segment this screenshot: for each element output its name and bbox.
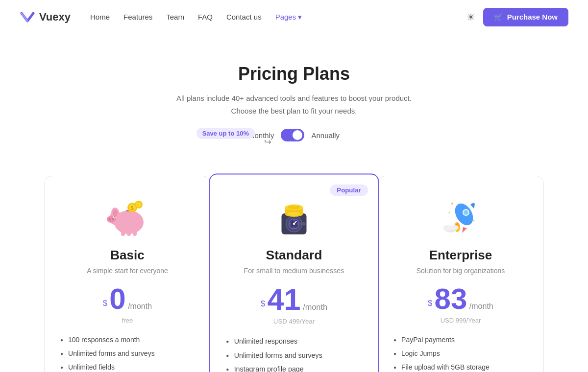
navbar-left: Vuexy Home Features Team FAQ Contact us … (20, 10, 302, 24)
svg-point-6 (112, 218, 114, 220)
popular-badge: Popular (330, 185, 368, 196)
svg-point-5 (109, 218, 111, 220)
standard-plan-name: Standard (226, 247, 362, 263)
svg-rect-27 (300, 222, 305, 225)
list-item: Unlimited responses (226, 337, 362, 345)
enterprise-price: $ 83 /month (393, 284, 528, 314)
pricing-section: $ Basic A simple start for everyone $ 0 … (0, 176, 588, 372)
enterprise-period: /month (469, 302, 493, 310)
chevron-down-icon: ▾ (298, 13, 302, 22)
svg-point-35 (464, 210, 468, 215)
billing-toggle-switch[interactable] (281, 129, 304, 141)
pricing-card-enterprise: Enterprise Solution for big organization… (377, 176, 544, 372)
list-item: Instagram profile page (226, 365, 362, 372)
basic-icon: $ (105, 194, 149, 238)
svg-text:$: $ (131, 206, 134, 211)
svg-point-17 (136, 202, 142, 208)
basic-plan-name: Basic (60, 248, 195, 263)
enterprise-plan-name: Enterprise (393, 248, 528, 263)
standard-icon (271, 192, 317, 237)
standard-period: /month (303, 303, 327, 311)
purchase-button[interactable]: 🛒 Purchase Now (483, 8, 568, 26)
basic-currency: $ (103, 299, 107, 307)
standard-currency: $ (261, 300, 265, 308)
nav-faq[interactable]: FAQ (198, 13, 213, 21)
list-item: Unlimited forms and surveys (60, 349, 195, 357)
list-item: 100 responses a month (60, 336, 195, 344)
standard-price: $ 41 /month (226, 285, 362, 315)
svg-rect-12 (133, 231, 137, 236)
logo-text: Vuexy (39, 11, 71, 23)
list-item: PayPal payments (393, 336, 528, 344)
list-item: Logic Jumps (393, 349, 528, 357)
basic-price-num: 0 (109, 282, 125, 315)
list-item: Unlimited forms and surveys (226, 351, 362, 359)
basic-sublabel: free (60, 317, 195, 324)
hero-section: Pricing Plans All plans include 40+ adva… (0, 34, 588, 176)
standard-sublabel: USD 499/Year (226, 318, 362, 325)
basic-price: $ 0 /month (60, 284, 195, 314)
svg-point-26 (293, 223, 295, 225)
hero-description: All plans include 40+ advanced tools and… (10, 92, 578, 117)
svg-point-40 (450, 225, 459, 230)
standard-features: Unlimited responses Unlimited forms and … (226, 337, 362, 372)
list-item: File upload with 5GB storage (393, 363, 528, 371)
cart-icon: 🛒 (494, 13, 503, 22)
enterprise-sublabel: USD 999/Year (393, 317, 528, 324)
basic-plan-subtitle: A simple start for everyone (60, 267, 195, 275)
enterprise-features: PayPal payments Logic Jumps File upload … (393, 336, 528, 372)
standard-price-num: 41 (268, 283, 301, 316)
svg-point-8 (114, 216, 115, 217)
basic-features: 100 responses a month Unlimited forms an… (60, 336, 195, 372)
page-title: Pricing Plans (10, 64, 578, 84)
svg-point-31 (288, 206, 300, 209)
nav-contact[interactable]: Contact us (226, 13, 262, 21)
logo[interactable]: Vuexy (20, 10, 71, 24)
nav-pages[interactable]: Pages ▾ (275, 13, 302, 22)
enterprise-plan-subtitle: Solution for big organizations (393, 267, 528, 275)
basic-period: /month (128, 302, 152, 310)
pricing-card-standard: Popular (209, 173, 379, 372)
pricing-card-basic: $ Basic A simple start for everyone $ 0 … (44, 176, 211, 372)
svg-point-3 (113, 209, 118, 216)
logo-icon (20, 10, 35, 24)
svg-rect-11 (127, 231, 131, 236)
nav-pages-label: Pages (275, 13, 296, 21)
svg-point-43 (449, 212, 450, 213)
purchase-label: Purchase Now (507, 13, 558, 21)
theme-toggle-icon[interactable]: ☀ (466, 11, 475, 23)
nav-home[interactable]: Home (90, 13, 110, 21)
nav-features[interactable]: Features (123, 13, 152, 21)
svg-point-41 (451, 203, 453, 205)
enterprise-icon (439, 194, 483, 238)
svg-point-42 (473, 220, 475, 222)
enterprise-currency: $ (428, 299, 432, 307)
list-item: Unlimited fields (60, 363, 195, 371)
enterprise-price-num: 83 (435, 282, 467, 315)
svg-rect-10 (121, 231, 125, 236)
arrow-icon: ↩ (264, 137, 271, 147)
nav-team[interactable]: Team (166, 13, 184, 21)
standard-plan-subtitle: For small to medium businesses (226, 267, 362, 275)
billing-toggle-area: Save up to 10% ↩ Monthly Annually (10, 129, 578, 141)
navbar-right: ☀ 🛒 Purchase Now (466, 8, 568, 26)
save-badge: Save up to 10% (196, 128, 255, 139)
svg-point-32 (288, 212, 300, 216)
annually-label: Annually (311, 131, 340, 140)
nav-links: Home Features Team FAQ Contact us Pages … (90, 13, 302, 22)
navbar: Vuexy Home Features Team FAQ Contact us … (0, 0, 588, 34)
